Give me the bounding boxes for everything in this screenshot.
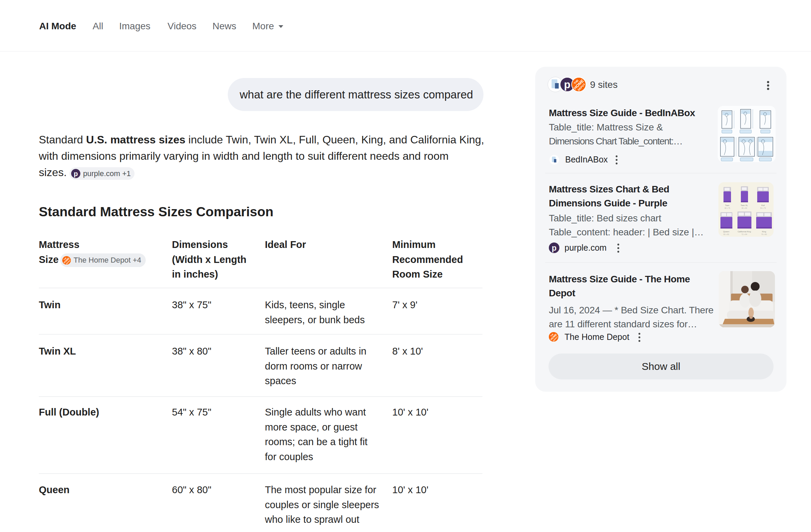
svg-text:Twin XL: Twin XL (740, 204, 748, 207)
svg-text:Full: Full (761, 204, 765, 207)
svg-text:38 x 75: 38 x 75 (724, 207, 730, 209)
svg-text:54 x 75: 54 x 75 (760, 207, 766, 209)
svg-text:p: p (552, 244, 556, 253)
svg-text:Twin: Twin (725, 204, 729, 207)
svg-text:California King: California King (737, 231, 751, 233)
svg-text:72 x 84: 72 x 84 (741, 233, 747, 235)
svg-text:38 x 80: 38 x 80 (741, 207, 747, 209)
svg-text:76 x 80: 76 x 80 (761, 233, 767, 235)
svg-text:p: p (564, 79, 571, 91)
svg-text:p: p (74, 170, 78, 178)
svg-text:60 x 80: 60 x 80 (723, 233, 729, 235)
svg-text:Queen: Queen (723, 231, 729, 233)
svg-text:King: King (762, 231, 766, 233)
